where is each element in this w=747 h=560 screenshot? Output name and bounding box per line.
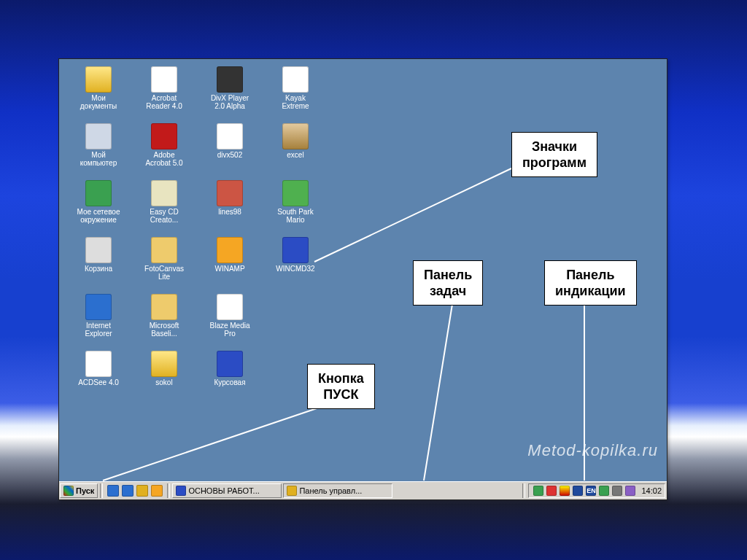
tray-icon[interactable] — [625, 486, 635, 496]
start-button-label: Пуск — [76, 486, 94, 495]
desktop-icon[interactable]: divx502 — [199, 123, 260, 159]
desktop-icon-label: InternetExplorer — [68, 322, 129, 338]
desktop-icon-label: Мойкомпьютер — [68, 151, 129, 167]
quick-launch-icon[interactable] — [122, 485, 133, 497]
desktop-icon-glyph — [85, 294, 112, 320]
desktop-icon-glyph — [151, 123, 177, 149]
desktop-icon-glyph — [85, 123, 112, 149]
desktop-icon-glyph — [282, 237, 309, 263]
callout-program-icons: Значкипрограмм — [511, 132, 597, 177]
desktop-icon-label: MicrosoftBaseli... — [133, 322, 195, 338]
taskbar[interactable]: Пуск ОСНОВЫ РАБОТ...Панель управл... EN1… — [59, 481, 667, 499]
desktop-icon-label: WINAMP — [199, 265, 260, 273]
desktop-icon-glyph — [217, 237, 243, 263]
desktop-icon[interactable]: Easy CDCreato... — [133, 180, 195, 224]
desktop-icon-label: Easy CDCreato... — [133, 208, 195, 224]
desktop-icon-label: excel — [265, 151, 326, 159]
desktop-icon-label: ACDSee 4.0 — [68, 378, 129, 386]
desktop-icon-glyph — [85, 66, 112, 93]
task-label: ОСНОВЫ РАБОТ... — [188, 486, 259, 495]
desktop-icon-label: DivX Player2.0 Alpha — [199, 94, 260, 110]
desktop-icon[interactable]: South ParkMario — [265, 180, 326, 224]
desktop-icon-glyph — [217, 123, 243, 149]
desktop-icon[interactable]: WINCMD32 — [265, 237, 326, 273]
taskbar-tasks: ОСНОВЫ РАБОТ...Панель управл... — [171, 482, 521, 499]
desktop-icon-glyph — [217, 351, 243, 377]
task-icon — [176, 486, 186, 496]
desktop-area[interactable]: МоидокументыAcrobatReader 4.0DivX Player… — [59, 59, 667, 482]
desktop-icon[interactable]: Моидокументы — [68, 66, 129, 110]
watermark-text: Metod-kopilka.ru — [527, 441, 658, 460]
desktop-icon-glyph — [217, 294, 243, 320]
desktop-icon[interactable]: sokol — [133, 351, 195, 386]
tray-icon[interactable] — [612, 486, 622, 496]
desktop-screenshot: МоидокументыAcrobatReader 4.0DivX Player… — [58, 58, 667, 500]
desktop-icon[interactable]: AdobeAcrobat 5.0 — [133, 123, 195, 167]
desktop-icon-label: WINCMD32 — [265, 265, 326, 273]
desktop-icon[interactable]: ACDSee 4.0 — [68, 351, 129, 386]
desktop-icon[interactable]: KayakExtreme — [265, 66, 326, 110]
task-icon — [287, 486, 297, 496]
windows-logo-icon — [63, 486, 74, 496]
desktop-icon-glyph — [151, 351, 177, 377]
desktop-icon-glyph — [151, 237, 177, 263]
desktop-icon[interactable]: Корзина — [68, 237, 129, 273]
desktop-icon-label: Мое сетевоеокружение — [68, 208, 129, 224]
desktop-icon[interactable]: Мое сетевоеокружение — [68, 180, 129, 224]
desktop-icon-label: Blaze MediaPro — [199, 322, 260, 338]
desktop-icon-label: FotoCanvasLite — [133, 265, 195, 281]
desktop-icon[interactable]: MicrosoftBaseli... — [133, 294, 195, 338]
svg-line-1 — [424, 300, 453, 481]
tray-icon[interactable] — [560, 486, 570, 496]
desktop-icon-label: lines98 — [199, 208, 260, 216]
desktop-icon[interactable]: AcrobatReader 4.0 — [133, 66, 195, 110]
desktop-icon-glyph — [217, 180, 243, 206]
desktop-icon-label: AdobeAcrobat 5.0 — [133, 151, 195, 167]
desktop-icon[interactable]: excel — [265, 123, 326, 159]
system-tray[interactable]: EN14:02 — [528, 483, 665, 498]
taskbar-task-button[interactable]: ОСНОВЫ РАБОТ... — [172, 483, 282, 498]
taskbar-clock: 14:02 — [641, 486, 662, 495]
taskbar-separator — [100, 483, 103, 498]
quick-launch-icon[interactable] — [151, 485, 163, 497]
desktop-icon-glyph — [151, 294, 177, 320]
tray-icon[interactable] — [546, 486, 557, 496]
desktop-icon[interactable]: DivX Player2.0 Alpha — [199, 66, 260, 110]
desktop-icon-glyph — [151, 180, 177, 206]
desktop-icon-glyph — [282, 66, 309, 93]
language-indicator[interactable]: EN — [586, 486, 596, 496]
desktop-icon[interactable]: Мойкомпьютер — [68, 123, 129, 167]
callout-start-button: КнопкаПУСК — [307, 364, 375, 409]
desktop-icon-glyph — [282, 180, 309, 206]
desktop-icon-label: divx502 — [199, 151, 260, 159]
callout-tray: Панельиндикации — [544, 260, 637, 306]
desktop-icon-label: South ParkMario — [265, 208, 326, 224]
tray-icon[interactable] — [533, 486, 543, 496]
desktop-icon-label: KayakExtreme — [265, 94, 326, 110]
tray-icon[interactable] — [573, 486, 583, 496]
desktop-icon-glyph — [282, 123, 309, 149]
desktop-icon-glyph — [85, 351, 112, 377]
taskbar-task-button[interactable]: Панель управл... — [283, 483, 392, 498]
svg-line-0 — [314, 168, 511, 262]
desktop-icon[interactable]: Blaze MediaPro — [199, 294, 260, 338]
svg-line-3 — [103, 402, 336, 481]
desktop-icon-label: Моидокументы — [68, 94, 129, 110]
desktop-icon-glyph — [85, 237, 112, 263]
desktop-icon[interactable]: Курсовая — [199, 351, 260, 386]
desktop-icon[interactable]: InternetExplorer — [68, 294, 129, 338]
desktop-icon[interactable]: lines98 — [199, 180, 260, 216]
desktop-icon[interactable]: WINAMP — [199, 237, 260, 273]
desktop-icon-glyph — [151, 66, 177, 93]
callout-taskbar: Панельзадач — [413, 260, 483, 306]
start-button[interactable]: Пуск — [60, 483, 98, 498]
desktop-icon-label: sokol — [133, 378, 195, 386]
desktop-icon-glyph — [217, 66, 243, 93]
desktop-icon-label: Курсовая — [199, 378, 260, 386]
quick-launch-icon[interactable] — [107, 485, 119, 497]
taskbar-separator — [522, 483, 525, 498]
tray-icon[interactable] — [599, 486, 609, 496]
quick-launch-icon[interactable] — [136, 485, 148, 497]
quick-launch — [104, 482, 166, 499]
desktop-icon[interactable]: FotoCanvasLite — [133, 237, 195, 281]
